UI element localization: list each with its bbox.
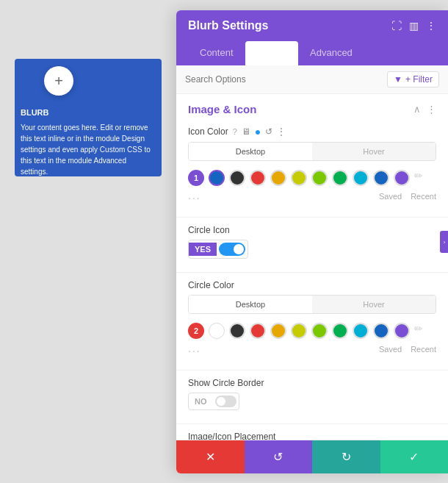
icon-color-more-icon[interactable]: ⋮: [277, 126, 286, 137]
circle-swatch-yellow[interactable]: [291, 323, 307, 339]
filter-label: + Filter: [405, 74, 433, 85]
show-circle-border-label-text: Show Circle Border: [188, 378, 264, 388]
more-swatches-icon[interactable]: ···: [188, 192, 201, 204]
section-header-controls: ∧ ⋮: [413, 104, 436, 115]
divider-4: [176, 423, 448, 424]
more-options-icon[interactable]: ⋮: [426, 20, 436, 32]
color-indicator-2: 2: [188, 323, 204, 339]
circle-desktop-toggle-btn[interactable]: Desktop: [189, 296, 312, 313]
active-color-swatch[interactable]: [209, 170, 225, 186]
image-icon-placement-label-text: Image/Icon Placement: [188, 432, 275, 440]
circle-color-label-row: Circle Color: [188, 280, 436, 290]
circle-recent-label[interactable]: Recent: [411, 345, 436, 354]
circle-swatch-lightgreen[interactable]: [311, 323, 328, 339]
circle-swatch-white[interactable]: [209, 323, 225, 339]
search-bar: ▼ + Filter: [176, 65, 448, 94]
redo-icon: ↻: [342, 450, 351, 464]
saved-label[interactable]: Saved: [379, 192, 402, 201]
circle-more-swatches-icon[interactable]: ···: [188, 345, 201, 357]
canvas-add-button[interactable]: +: [44, 66, 73, 96]
circle-color-swatches: 2 ✏: [188, 320, 436, 342]
circle-swatch-black[interactable]: [229, 323, 245, 339]
color-swatch-lightgreen[interactable]: [311, 170, 328, 186]
cancel-button[interactable]: ✕: [176, 440, 245, 473]
circle-icon-field: Circle Icon YES: [176, 221, 448, 269]
circle-icon-label-row: Circle Icon: [188, 225, 436, 235]
undo-button[interactable]: ↺: [245, 440, 313, 473]
tab-design[interactable]: Design: [245, 41, 298, 65]
color-swatch-cyan[interactable]: [353, 170, 369, 186]
circle-swatch-green[interactable]: [332, 323, 348, 339]
circle-pencil-icon[interactable]: ✏: [414, 323, 430, 339]
show-circle-border-field: Show Circle Border NO: [176, 373, 448, 421]
canvas-content-text: BLURB Your content goes here. Edit or re…: [21, 107, 153, 177]
circle-color-label-text: Circle Color: [188, 280, 234, 290]
color-swatch-orange[interactable]: [270, 170, 286, 186]
circle-swatch-orange[interactable]: [270, 323, 286, 339]
cancel-icon: ✕: [206, 450, 215, 464]
color-swatch-red[interactable]: [250, 170, 266, 186]
show-circle-border-toggle-row: NO: [188, 393, 436, 410]
icon-color-label-row: Icon Color ? 🖥 ● ↺ ⋮: [188, 126, 436, 137]
divider-1: [176, 217, 448, 218]
canvas-content-body: Your content goes here. Edit or remove t…: [21, 124, 151, 176]
section-more-icon[interactable]: ⋮: [427, 104, 436, 115]
circle-hover-toggle-btn[interactable]: Hover: [312, 296, 436, 313]
circle-swatch-purple[interactable]: [394, 323, 410, 339]
recent-label[interactable]: Recent: [411, 192, 436, 201]
icon-color-blue-circle[interactable]: ●: [255, 126, 261, 137]
circle-color-view-toggle: Desktop Hover: [188, 295, 436, 314]
columns-icon[interactable]: ▥: [409, 20, 419, 32]
circle-icon-toggle[interactable]: YES: [188, 240, 248, 259]
icon-color-field: Icon Color ? 🖥 ● ↺ ⋮ Desktop Hover 1: [176, 121, 448, 214]
color-indicator-1: 1: [188, 170, 204, 186]
pencil-icon[interactable]: ✏: [414, 170, 430, 186]
panel-header-icons: ⛶ ▥ ⋮: [391, 20, 436, 32]
image-icon-placement-field: Image/Icon Placement Top ▲ ▼: [176, 427, 448, 440]
circle-swatch-cyan[interactable]: [353, 323, 369, 339]
color-swatch-yellow[interactable]: [291, 170, 307, 186]
section-image-icon-header: Image & Icon ∧ ⋮: [176, 94, 448, 121]
panel-tabs: Content Design Advanced: [176, 41, 448, 65]
tab-advanced[interactable]: Advanced: [298, 41, 364, 65]
filter-icon: ▼: [394, 74, 402, 85]
image-icon-placement-label-row: Image/Icon Placement: [188, 432, 436, 440]
circle-icon-toggle-row: YES: [188, 240, 436, 259]
panel-edge-arrow[interactable]: ›: [440, 231, 448, 253]
circle-swatch-blue[interactable]: [373, 323, 389, 339]
color-swatch-black[interactable]: [229, 170, 245, 186]
icon-color-monitor-icon[interactable]: 🖥: [242, 126, 250, 137]
fullscreen-icon[interactable]: ⛶: [391, 20, 402, 32]
icon-color-swatches: 1 ✏: [188, 167, 436, 189]
color-swatch-green[interactable]: [332, 170, 348, 186]
toggle-no-bar: [215, 396, 237, 407]
undo-icon: ↺: [273, 450, 283, 464]
hover-toggle-btn[interactable]: Hover: [312, 143, 436, 160]
redo-button[interactable]: ↻: [312, 440, 380, 473]
settings-panel: Blurb Settings ⛶ ▥ ⋮ Content Design Adva…: [176, 10, 448, 473]
circle-swatch-red[interactable]: [250, 323, 266, 339]
icon-color-undo-icon[interactable]: ↺: [265, 126, 272, 137]
toggle-yes-bar: [219, 243, 245, 256]
tab-content[interactable]: Content: [188, 41, 245, 65]
icon-color-label-text: Icon Color: [188, 126, 228, 137]
color-swatch-purple[interactable]: [394, 170, 410, 186]
help-icon[interactable]: ?: [233, 127, 237, 136]
collapse-icon[interactable]: ∧: [413, 104, 421, 115]
divider-2: [176, 272, 448, 273]
save-icon: ✓: [409, 450, 419, 464]
toggle-yes-label: YES: [189, 243, 217, 256]
circle-icon-label-text: Circle Icon: [188, 225, 230, 235]
toggle-no-label: NO: [189, 395, 213, 408]
save-button[interactable]: ✓: [380, 440, 449, 473]
filter-button[interactable]: ▼ + Filter: [387, 71, 439, 87]
panel-header: Blurb Settings ⛶ ▥ ⋮: [176, 10, 448, 41]
search-input[interactable]: [185, 74, 387, 85]
circle-saved-label[interactable]: Saved: [379, 345, 402, 354]
color-swatch-blue[interactable]: [373, 170, 389, 186]
show-circle-border-toggle[interactable]: NO: [188, 393, 239, 410]
icon-color-view-toggle: Desktop Hover: [188, 142, 436, 161]
bottom-toolbar: ✕ ↺ ↻ ✓: [176, 440, 448, 473]
divider-3: [176, 370, 448, 371]
desktop-toggle-btn[interactable]: Desktop: [189, 143, 312, 160]
